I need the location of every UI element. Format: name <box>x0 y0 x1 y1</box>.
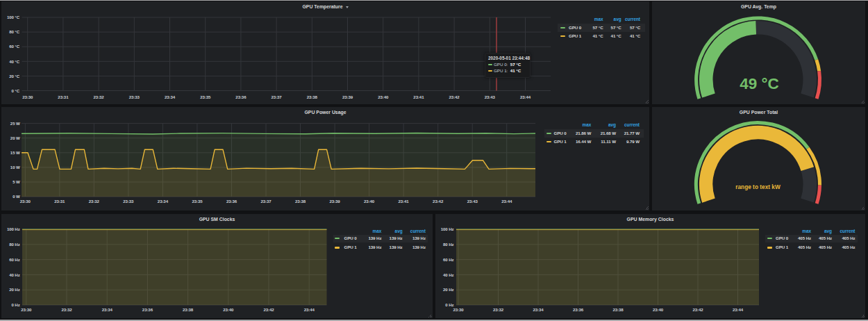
svg-text:23:34: 23:34 <box>158 199 169 204</box>
svg-text:40 Hz: 40 Hz <box>443 272 453 277</box>
svg-text:0 °C: 0 °C <box>11 88 19 93</box>
svg-text:23:42: 23:42 <box>263 307 274 312</box>
svg-text:23:36: 23:36 <box>235 94 247 99</box>
svg-text:80 °C: 80 °C <box>9 29 20 34</box>
svg-text:60 Hz: 60 Hz <box>9 257 19 262</box>
svg-text:23:42: 23:42 <box>433 199 444 204</box>
svg-text:23:34: 23:34 <box>165 94 176 99</box>
svg-text:20 W: 20 W <box>10 135 20 140</box>
svg-text:60 Hz: 60 Hz <box>443 257 453 262</box>
svg-text:23:30: 23:30 <box>20 199 31 204</box>
svg-text:80 Hz: 80 Hz <box>443 242 453 247</box>
svg-text:49 °C: 49 °C <box>740 75 779 92</box>
svg-text:40 °C: 40 °C <box>9 59 20 64</box>
svg-text:23:39: 23:39 <box>330 199 341 204</box>
svg-text:23:31: 23:31 <box>54 199 65 204</box>
svg-text:23:44: 23:44 <box>520 94 531 99</box>
svg-text:23:42: 23:42 <box>692 307 703 312</box>
svg-text:23:44: 23:44 <box>733 307 744 312</box>
svg-text:23:41: 23:41 <box>413 94 424 99</box>
svg-text:23:30: 23:30 <box>453 307 464 312</box>
svg-text:23:44: 23:44 <box>304 307 315 312</box>
svg-text:23:35: 23:35 <box>200 94 211 99</box>
svg-text:23:43: 23:43 <box>485 94 496 99</box>
svg-text:range to text kW: range to text kW <box>735 183 781 190</box>
svg-text:20 Hz: 20 Hz <box>443 287 453 292</box>
svg-text:23:37: 23:37 <box>272 94 283 99</box>
svg-text:23:40: 23:40 <box>364 199 375 204</box>
svg-text:23:33: 23:33 <box>129 94 140 99</box>
svg-text:40 Hz: 40 Hz <box>9 272 19 277</box>
svg-text:23:40: 23:40 <box>653 307 664 312</box>
svg-text:23:44: 23:44 <box>501 199 512 204</box>
svg-text:100 °C: 100 °C <box>7 15 20 19</box>
svg-text:23:38: 23:38 <box>307 94 318 99</box>
svg-text:23:36: 23:36 <box>226 199 237 204</box>
svg-text:25 W: 25 W <box>10 121 20 126</box>
svg-text:23:32: 23:32 <box>94 94 105 99</box>
svg-text:23:30: 23:30 <box>22 94 33 99</box>
svg-text:23:30: 23:30 <box>21 307 32 312</box>
svg-text:0 Hz: 0 Hz <box>11 302 19 307</box>
svg-text:5 W: 5 W <box>12 179 20 184</box>
svg-text:23:31: 23:31 <box>58 94 69 99</box>
svg-text:23:39: 23:39 <box>342 94 353 99</box>
svg-text:23:34: 23:34 <box>102 307 113 312</box>
svg-text:20 Hz: 20 Hz <box>9 287 19 292</box>
svg-text:100 Hz: 100 Hz <box>7 227 20 231</box>
svg-text:23:32: 23:32 <box>493 307 504 312</box>
svg-text:23:41: 23:41 <box>399 199 410 204</box>
svg-text:23:36: 23:36 <box>142 307 153 312</box>
svg-text:23:38: 23:38 <box>295 199 306 204</box>
svg-text:23:43: 23:43 <box>467 199 478 204</box>
svg-text:23:38: 23:38 <box>612 307 624 312</box>
svg-text:23:32: 23:32 <box>89 199 100 204</box>
svg-text:20 °C: 20 °C <box>9 74 20 79</box>
svg-text:23:33: 23:33 <box>123 199 134 204</box>
svg-text:23:42: 23:42 <box>449 94 460 99</box>
svg-text:0 W: 0 W <box>12 194 20 199</box>
svg-text:10 W: 10 W <box>10 165 20 170</box>
svg-text:23:37: 23:37 <box>260 199 272 204</box>
svg-text:23:38: 23:38 <box>183 307 194 312</box>
svg-text:23:40: 23:40 <box>223 307 234 312</box>
svg-text:15 W: 15 W <box>10 150 20 155</box>
svg-text:23:40: 23:40 <box>378 94 389 99</box>
svg-text:23:35: 23:35 <box>192 199 203 204</box>
svg-text:23:36: 23:36 <box>573 307 584 312</box>
svg-text:23:34: 23:34 <box>533 307 544 312</box>
svg-text:23:32: 23:32 <box>61 307 72 312</box>
svg-text:80 Hz: 80 Hz <box>9 242 19 247</box>
svg-text:60 °C: 60 °C <box>9 44 20 49</box>
svg-text:100 Hz: 100 Hz <box>441 227 454 231</box>
